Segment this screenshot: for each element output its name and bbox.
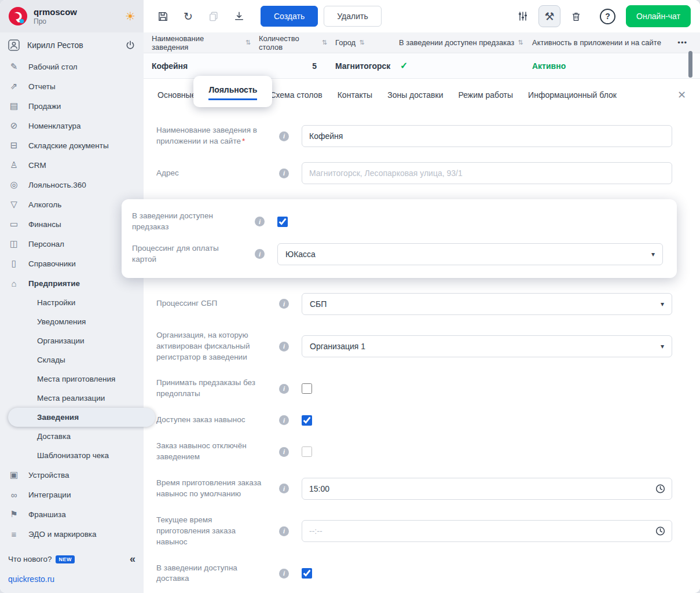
filter-sliders-icon[interactable]	[513, 6, 533, 26]
no-prepay-checkbox[interactable]	[302, 383, 312, 394]
brand-plan: Про	[34, 17, 77, 25]
col-tables-count[interactable]: Количество столов⇅	[251, 34, 327, 52]
chevron-down-icon: ▾	[651, 250, 655, 258]
takeaway-checkbox[interactable]	[302, 415, 312, 426]
user-name: Кирилл Рестов	[27, 41, 83, 50]
fiscal-org-select[interactable]: Организация 1▾	[302, 335, 672, 357]
brand-name: qrmoscow	[34, 7, 77, 17]
sidebar-item-reports[interactable]: ⇗Отчеты	[0, 76, 144, 96]
delete-button[interactable]: Удалить	[324, 6, 381, 27]
form-row-card-processing: Процессинг для оплаты картой i ЮКасса▾	[132, 243, 663, 265]
sidebar-item-crm[interactable]: ♙CRM	[0, 155, 144, 175]
alcohol-icon: ▽	[8, 199, 20, 210]
info-icon[interactable]: i	[279, 131, 289, 141]
info-icon[interactable]: i	[255, 217, 265, 226]
theme-toggle-icon[interactable]: ☀	[125, 10, 135, 22]
info-icon[interactable]: i	[279, 484, 289, 493]
venue-form: Наименование заведения в приложении и на…	[144, 111, 700, 593]
sidebar-item-delivery[interactable]: Доставка	[0, 427, 144, 446]
info-icon[interactable]: i	[279, 342, 289, 352]
create-button[interactable]: Создать	[261, 6, 318, 27]
col-venue-name[interactable]: Наименование заведения⇅	[144, 34, 251, 52]
enterprise-icon: ⌂	[8, 279, 20, 288]
online-chat-button[interactable]: Онлайн-чат	[626, 5, 691, 27]
tab-schedule[interactable]: Режим работы	[459, 90, 514, 100]
close-icon[interactable]: ✕	[677, 89, 686, 101]
toolbar: ↻ Создать Удалить ⚒ ? Онлайн-чат	[144, 0, 700, 32]
info-icon[interactable]: i	[279, 447, 289, 457]
takeaway-time-input[interactable]	[302, 478, 672, 500]
info-icon[interactable]: i	[279, 526, 289, 536]
sidebar-item-prep-places[interactable]: Места приготовления	[0, 369, 144, 389]
col-city[interactable]: Город⇅	[327, 38, 391, 47]
tools-icon[interactable]: ⚒	[538, 5, 560, 27]
sidebar-item-sales[interactable]: ▤Продажи	[0, 96, 144, 116]
sidebar-item-edo[interactable]: ≡ЭДО и маркировка	[0, 524, 144, 544]
info-icon[interactable]: i	[279, 569, 289, 579]
edo-marking-icon: ≡	[8, 529, 20, 539]
info-icon[interactable]: i	[279, 169, 289, 178]
new-badge: NEW	[56, 555, 75, 563]
sidebar-item-settings[interactable]: Настройки	[0, 293, 144, 312]
info-icon[interactable]: i	[279, 299, 289, 309]
sidebar-item-nomenclature[interactable]: ⊘Номенклатура	[0, 116, 144, 136]
delivery-checkbox[interactable]	[302, 568, 312, 579]
more-columns-button[interactable]: •••	[663, 38, 700, 47]
collapse-sidebar-icon[interactable]: «	[130, 553, 135, 565]
whats-new-link[interactable]: Что нового?	[8, 555, 52, 563]
sort-icon[interactable]: ⇅	[359, 39, 364, 46]
clock-icon[interactable]	[655, 483, 666, 494]
sbp-processing-select[interactable]: СБП▾	[302, 293, 672, 315]
logout-icon[interactable]	[125, 40, 135, 50]
form-row-address: Адрес i	[156, 162, 672, 184]
col-preorder[interactable]: В заведении доступен предзаказ⇅	[391, 38, 524, 47]
info-icon[interactable]: i	[279, 384, 289, 394]
sidebar-item-warehouses[interactable]: Склады	[0, 350, 144, 369]
address-input[interactable]	[302, 162, 672, 184]
col-activity[interactable]: Активность в приложении и на сайте	[524, 38, 663, 47]
sidebar-item-enterprise[interactable]: ⌂Предприятие	[0, 273, 144, 293]
sidebar-menu: ✎Рабочий стол ⇗Отчеты ▤Продажи ⊘Номенкла…	[0, 56, 144, 548]
sidebar-item-integrations[interactable]: ∞Интеграции	[0, 485, 144, 504]
tab-table-scheme[interactable]: Схема столов	[270, 90, 322, 100]
refresh-icon[interactable]: ↻	[178, 6, 198, 26]
save-icon[interactable]	[153, 6, 173, 26]
tab-delivery-zones[interactable]: Зоны доставки	[387, 90, 443, 100]
dashboard-icon: ✎	[8, 61, 20, 72]
sidebar-item-sale-places[interactable]: Места реализации	[0, 389, 144, 408]
download-icon[interactable]	[229, 6, 249, 26]
main-area: ↻ Создать Удалить ⚒ ? Онлайн-чат Наимено…	[144, 0, 700, 593]
brand-logo	[8, 6, 28, 26]
venue-name-input[interactable]	[302, 125, 672, 147]
form-row-preorder: В заведении доступен предзаказ i	[132, 211, 663, 233]
sidebar-item-franchise[interactable]: ⚑Франшиза	[0, 504, 144, 524]
sidebar-item-warehouse-docs[interactable]: ⊟Складские документы	[0, 136, 144, 155]
tab-main[interactable]: Основные	[157, 90, 196, 100]
table-row[interactable]: Кофейня 5 Магнитогорск ✓ Активно	[144, 53, 700, 79]
scrollbar-thumb[interactable]	[688, 51, 692, 78]
sidebar-item-receipt-templates[interactable]: Шаблонизатор чека	[0, 446, 144, 465]
clock-icon[interactable]	[655, 526, 666, 537]
sort-icon[interactable]: ⇅	[518, 39, 523, 46]
info-icon[interactable]: i	[255, 249, 265, 259]
sort-icon[interactable]: ⇅	[322, 39, 327, 46]
current-takeaway-time-input[interactable]	[302, 520, 672, 542]
user-icon	[8, 39, 20, 51]
site-link[interactable]: quickresto.ru	[0, 570, 144, 593]
info-icon[interactable]: i	[279, 415, 289, 425]
card-processing-select[interactable]: ЮКасса▾	[277, 243, 663, 265]
sidebar-item-venues[interactable]: Заведения	[8, 408, 155, 427]
cell-venue-name[interactable]: Кофейня	[144, 61, 251, 71]
sidebar-item-notifications[interactable]: Уведомления	[0, 312, 144, 331]
sort-icon[interactable]: ⇅	[245, 39, 251, 46]
sidebar-item-dashboard[interactable]: ✎Рабочий стол	[0, 57, 144, 76]
tab-loyalty[interactable]: Лояльность	[208, 85, 257, 100]
tab-info-block[interactable]: Информационный блок	[528, 90, 617, 100]
tab-contacts[interactable]: Контакты	[338, 90, 372, 100]
help-icon[interactable]: ?	[600, 9, 615, 24]
sidebar-item-loyalty360[interactable]: ◎Лояльность.360	[0, 175, 144, 195]
sidebar-item-devices[interactable]: ▣Устройства	[0, 465, 144, 485]
sidebar-item-organizations[interactable]: Организации	[0, 331, 144, 350]
preorder-checkbox[interactable]	[277, 217, 288, 227]
trash-icon[interactable]	[566, 6, 586, 26]
